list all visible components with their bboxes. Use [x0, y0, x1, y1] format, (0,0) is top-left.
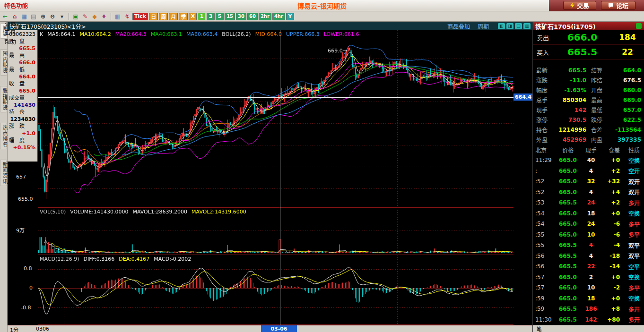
toolbar: ←⌂▦▤⊕⊖▾▣✎◆♦▥↯Tick日周月季X1351530602hr4hrY — [0, 11, 644, 22]
trend-icon[interactable]: ↯ — [123, 12, 131, 21]
stat-涨跌: 涨跌-11.0 — [534, 75, 589, 85]
timeframe-button-15[interactable]: 15 — [225, 13, 235, 20]
overlay-link[interactable]: 商品叠加 — [447, 22, 470, 30]
left-tab-新闻资讯[interactable]: 新闻资讯 — [0, 160, 7, 186]
tick-time: :53 — [533, 199, 555, 206]
tick-row: :665.04+2空开 — [533, 166, 644, 177]
tick-nature: 双开 — [624, 178, 644, 186]
page-icon[interactable]: ▤ — [29, 12, 38, 21]
menu-item-工具[interactable]: 工具 — [0, 28, 44, 37]
timeframe-button-2hr[interactable]: 2hr — [259, 13, 271, 20]
tick-qty: 4 — [581, 168, 601, 174]
back-icon[interactable]: ← — [1, 12, 9, 21]
capture-icon[interactable]: ▣ — [71, 12, 80, 21]
tick-nature: 空开 — [624, 167, 644, 175]
tick-time: :56 — [533, 263, 555, 270]
timeframe-button-3[interactable]: 3 — [207, 13, 215, 20]
panel-pin-icon[interactable] — [636, 23, 642, 29]
zoom-out-icon[interactable]: ⊖ — [48, 12, 57, 21]
timeframe-button-60[interactable]: 60 — [247, 13, 258, 20]
contract-title: 铁矿石1705(i1705) — [535, 22, 636, 31]
table-icon[interactable]: ▥ — [113, 12, 122, 21]
toolbar-separator — [69, 13, 69, 20]
plot-area[interactable] — [38, 30, 513, 325]
tick-price: 665.0 — [555, 210, 581, 217]
left-tab-股指期货[interactable]: 股指期货 — [0, 86, 7, 112]
indicator-segment: MID:664.0 — [255, 31, 282, 37]
period-button-X[interactable]: X — [189, 13, 197, 20]
draw-icon[interactable]: ✎ — [81, 12, 89, 21]
tick-row: :54665.018+0空换 — [533, 208, 644, 219]
tick-button[interactable]: Tick — [132, 13, 148, 20]
tick-time: :55 — [533, 231, 555, 238]
bid-row[interactable]: 买入 665.5 22 — [533, 45, 644, 60]
stat-label: 跌停 — [591, 116, 602, 124]
period-button-周[interactable]: 周 — [159, 13, 168, 20]
lightning-icon — [570, 2, 574, 9]
timeframe-button-4hr[interactable]: 4hr — [272, 13, 285, 20]
tick-qty: 186 — [581, 306, 601, 312]
trade-button[interactable]: 交易 — [563, 1, 596, 10]
volume-axis-label: 9万 — [16, 226, 25, 234]
toolbar-separator — [111, 13, 111, 20]
stat-结算: 结算664.0 — [589, 65, 644, 75]
menu-item-帮助[interactable]: 帮助 — [0, 37, 44, 46]
quote-board-icon[interactable]: ▦ — [20, 12, 28, 21]
tick-nature: 双平 — [624, 252, 644, 260]
left-tab-热点排名[interactable]: 热点排名 — [0, 123, 7, 149]
indicator-segment: BOLL(26,2) — [222, 31, 251, 37]
left-tab-国内期货[interactable]: 国内期货 — [0, 49, 7, 76]
quote-stats: 最新665.5结算664.0涨跌-11.0昨结676.5幅度-1.63%开盘66… — [533, 65, 644, 145]
dropdown-icon[interactable]: ▾ — [58, 12, 66, 21]
period-button-月[interactable]: 月 — [169, 13, 178, 20]
info-label: 幅 度 — [9, 137, 36, 144]
menu-item-特色功能[interactable]: 特色功能 — [0, 1, 44, 10]
stat-现手: 现手142 — [534, 105, 589, 115]
indicator-segment: MA60:663.4 — [186, 31, 218, 37]
pane-left-icon[interactable]: ◧ — [498, 23, 505, 29]
tick-col-nature: 性质 — [624, 146, 644, 154]
stat-label: 内盘 — [591, 136, 602, 144]
timeframe-button-30[interactable]: 30 — [236, 13, 246, 20]
stat-最新: 最新665.5 — [534, 65, 589, 75]
tick-nature: 多开 — [624, 199, 644, 207]
stat-label: 最低 — [591, 106, 602, 114]
crosshair-price-tag: 664.4 — [513, 94, 532, 101]
stat-value: 622.5 — [623, 117, 641, 123]
stat-涨停: 涨停730.5 — [534, 115, 589, 125]
tick-delta: -4 — [601, 242, 624, 248]
timeframe-button-5[interactable]: 5 — [216, 13, 224, 20]
tick-price: 665.0 — [555, 284, 581, 291]
pane-right-icon[interactable]: ◨ — [506, 23, 513, 29]
tick-price: 665.0 — [555, 231, 581, 238]
tick-nature: 空平 — [624, 263, 644, 271]
period-button-季[interactable]: 季 — [179, 13, 188, 20]
period-button-日[interactable]: 日 — [149, 13, 158, 20]
tick-qty: 40 — [581, 157, 601, 163]
timeframe-button-1[interactable]: 1 — [198, 13, 206, 20]
tick-price: 665.5 — [555, 242, 581, 248]
tick-delta: +2 — [601, 199, 624, 206]
maximize-icon[interactable]: □ — [515, 23, 522, 29]
tick-list[interactable]: 11:29665.040+0空换:665.04+2空开:52665.032+32… — [533, 155, 644, 325]
stat-持仓: 持仓1214996 — [534, 125, 589, 135]
forum-button[interactable]: 论坛 — [601, 1, 635, 10]
main-indicator-readout: KMA5:664.1MA10:664.2MA20:664.3MA40:663.1… — [40, 31, 359, 37]
period-link[interactable]: 周期 — [478, 22, 489, 30]
tick-tab-label[interactable]: 笔 — [537, 325, 542, 332]
brush-icon[interactable]: ◆ — [90, 12, 99, 21]
zoom-in-icon[interactable]: ⊕ — [39, 12, 47, 21]
left-tab-strip: 阅铁国内期货股指期货热点排名新闻资讯 — [0, 22, 8, 332]
stat-label: 最新 — [536, 66, 548, 74]
ask-row[interactable]: 卖出 666.0 184 — [533, 30, 644, 45]
timeframe-button-Y[interactable]: Y — [286, 13, 294, 20]
tick-col-price: 价格 — [555, 146, 581, 154]
chart-canvas[interactable] — [38, 30, 513, 325]
tile-icon[interactable]: ▥ — [523, 23, 531, 29]
tick-qty: 32 — [581, 178, 601, 185]
gift-icon[interactable]: ♦ — [100, 12, 108, 21]
home-icon[interactable]: ⌂ — [10, 12, 19, 21]
stat-最高: 最高669.0 — [589, 95, 644, 105]
tick-time: :59 — [533, 295, 555, 302]
tick-delta: -6 — [601, 221, 624, 227]
